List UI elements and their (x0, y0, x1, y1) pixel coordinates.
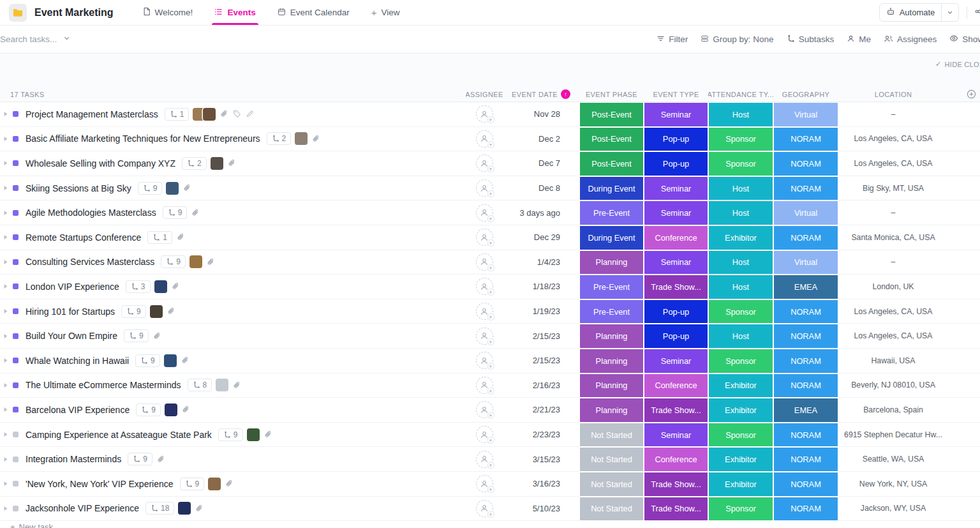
assignees-filter-button[interactable]: Assignees (884, 34, 937, 45)
search-tasks-input[interactable]: Search tasks... (0, 34, 70, 44)
event-type-chip[interactable]: Conference (644, 225, 708, 250)
attachment-thumbnail[interactable] (164, 354, 177, 367)
attachment-thumbnail[interactable] (211, 157, 223, 170)
attachment-thumbnail[interactable] (165, 404, 177, 416)
location-cell[interactable]: Jackson, WY, USA (838, 497, 948, 522)
task-status-square[interactable] (13, 456, 19, 462)
add-assignee-button[interactable]: + (476, 229, 493, 246)
event-phase-chip[interactable]: Pre-Event (579, 200, 644, 225)
task-status-square[interactable] (13, 333, 19, 339)
task-name[interactable]: Integration Masterminds (26, 454, 121, 464)
event-phase-chip[interactable]: During Event (579, 225, 644, 250)
event-date-cell[interactable]: 1/19/23 (503, 299, 579, 324)
subtask-count-chip[interactable]: 9 (218, 428, 243, 441)
task-status-square[interactable] (13, 259, 19, 265)
task-status-square[interactable] (13, 185, 19, 191)
attendance-type-chip[interactable]: Host (708, 324, 773, 349)
location-cell[interactable]: New York, NY, USA (838, 472, 948, 497)
add-view-button[interactable]: + View (371, 0, 400, 25)
event-type-chip[interactable]: Pop-up (644, 324, 708, 349)
task-status-square[interactable] (13, 283, 19, 289)
attachment-thumbnail[interactable] (154, 280, 167, 293)
task-name[interactable]: Wholesale Selling with Company XYZ (26, 158, 175, 169)
attachment-thumbnail[interactable] (208, 478, 221, 490)
attendance-type-chip[interactable]: Sponsor (708, 349, 773, 373)
event-date-cell[interactable]: Nov 28 (503, 102, 579, 127)
geography-chip[interactable]: EMEA (773, 398, 838, 423)
expand-caret-icon[interactable] (3, 308, 8, 314)
add-assignee-button[interactable]: + (476, 451, 493, 468)
add-assignee-button[interactable]: + (476, 179, 493, 197)
expand-caret-icon[interactable] (3, 210, 8, 216)
location-cell[interactable]: London, UK (838, 275, 948, 299)
add-assignee-button[interactable]: + (476, 401, 493, 418)
geography-chip[interactable]: NORAM (773, 423, 838, 448)
event-date-cell[interactable]: 3 days ago (503, 200, 579, 225)
event-type-chip[interactable]: Conference (644, 373, 708, 398)
location-cell[interactable]: Los Angeles, CA, USA (838, 324, 948, 349)
task-status-square[interactable] (13, 432, 19, 437)
expand-caret-icon[interactable] (3, 358, 8, 363)
event-phase-chip[interactable]: Post-Event (579, 102, 644, 127)
location-cell[interactable]: Seattle, WA, USA (838, 447, 948, 472)
task-name[interactable]: The Ultimate eCommerce Masterminds (26, 380, 181, 390)
attendance-type-chip[interactable]: Host (708, 176, 773, 201)
event-type-chip[interactable]: Conference (644, 447, 708, 472)
pencil-icon[interactable] (246, 110, 254, 118)
task-name[interactable]: Hiring 101 for Startups (26, 306, 115, 317)
event-type-chip[interactable]: Seminar (644, 102, 708, 127)
attendance-type-chip[interactable]: Sponsor (708, 423, 773, 448)
chevron-down-icon[interactable] (941, 4, 958, 21)
attachment-thumbnail[interactable] (216, 379, 228, 391)
geography-chip[interactable]: NORAM (773, 373, 838, 398)
subtask-count-chip[interactable]: 9 (135, 354, 160, 367)
add-assignee-button[interactable]: + (476, 426, 493, 443)
location-cell[interactable]: 6915 Stephen Decatur Hw... (838, 423, 948, 448)
subtask-count-chip[interactable]: 1 (165, 108, 189, 121)
event-date-cell[interactable]: 2/15/23 (503, 349, 579, 373)
task-status-square[interactable] (13, 160, 19, 166)
attachment-thumbnail[interactable] (150, 305, 163, 318)
attachment-thumbnail[interactable] (166, 182, 179, 195)
event-phase-chip[interactable]: Pre-Event (579, 299, 644, 324)
task-status-square[interactable] (13, 382, 19, 388)
task-name[interactable]: 'New York, New York' VIP Experience (26, 479, 174, 489)
event-phase-chip[interactable]: Planning (579, 324, 644, 349)
geography-chip[interactable]: NORAM (773, 299, 838, 324)
task-name[interactable]: Basic Affiliate Marketing Techniques for… (26, 133, 260, 144)
event-type-chip[interactable]: Pop-up (644, 127, 708, 152)
add-assignee-button[interactable]: + (476, 352, 493, 369)
event-date-cell[interactable]: Dec 29 (503, 225, 579, 250)
location-cell[interactable]: Santa Monica, CA, USA (838, 225, 948, 250)
geography-chip[interactable]: NORAM (773, 472, 838, 497)
attendance-type-chip[interactable]: Sponsor (708, 151, 773, 176)
add-assignee-button[interactable]: + (476, 377, 493, 394)
attachment-thumbnail[interactable] (247, 428, 260, 441)
event-phase-chip[interactable]: Planning (579, 373, 644, 398)
expand-caret-icon[interactable] (3, 407, 8, 412)
geography-chip[interactable]: NORAM (773, 151, 838, 176)
tag-icon[interactable] (233, 110, 241, 118)
expand-caret-icon[interactable] (3, 333, 8, 339)
expand-caret-icon[interactable] (3, 136, 8, 142)
event-phase-chip[interactable]: Not Started (579, 472, 644, 497)
event-type-chip[interactable]: Seminar (644, 176, 708, 201)
attachment-thumbnail[interactable] (189, 255, 202, 268)
location-cell[interactable]: – (838, 200, 948, 225)
geography-chip[interactable]: NORAM (773, 225, 838, 250)
task-status-square[interactable] (13, 481, 19, 487)
attendance-type-chip[interactable]: Sponsor (708, 127, 773, 152)
event-date-cell[interactable]: Dec 8 (503, 176, 579, 201)
task-name[interactable]: Jacksonhole VIP Experience (26, 503, 139, 513)
subtask-count-chip[interactable]: 9 (161, 255, 186, 268)
location-cell[interactable]: Beverly, NJ 08010, USA (838, 373, 948, 398)
event-phase-chip[interactable]: Not Started (579, 447, 644, 472)
hide-closed-toggle[interactable]: ✓ HIDE CLOSED (935, 60, 980, 68)
column-header-event-date[interactable]: EVENT DATE ↑ (503, 87, 579, 102)
event-type-chip[interactable]: Seminar (644, 423, 708, 448)
task-name[interactable]: Consulting Services Masterclass (26, 257, 154, 267)
event-date-cell[interactable]: Dec 2 (503, 127, 579, 152)
column-header-attendance-type[interactable]: ATTENDANCE TY... (708, 87, 773, 102)
event-date-cell[interactable]: 2/23/23 (503, 423, 579, 448)
event-phase-chip[interactable]: Pre-Event (579, 275, 644, 299)
